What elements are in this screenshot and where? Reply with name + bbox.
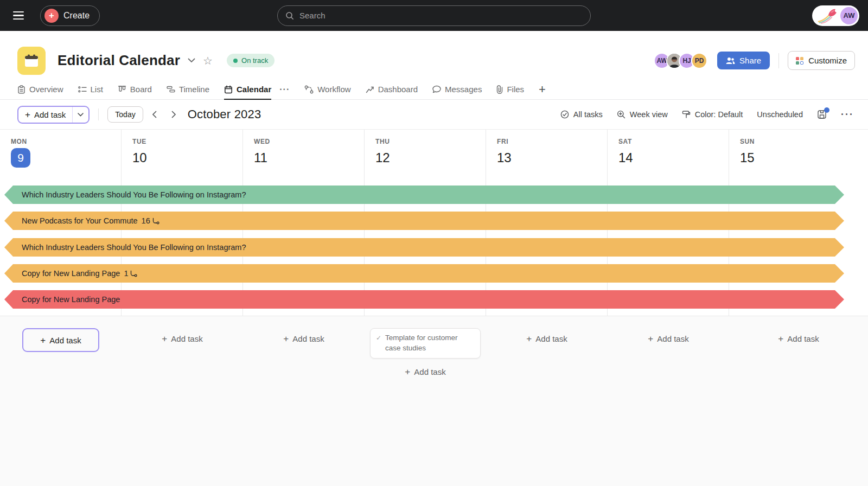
tab-label: Messages [445, 85, 482, 94]
day-cell-fri: + Add task [486, 316, 608, 486]
avatar[interactable]: AW [840, 7, 858, 24]
tab-overview[interactable]: Overview [17, 80, 63, 100]
color-setting[interactable]: Color: Default [682, 110, 743, 119]
subtask-icon [152, 218, 159, 225]
share-button[interactable]: Share [717, 52, 770, 69]
next-week-button[interactable] [166, 106, 182, 123]
task-title: Copy for New Landing Page [22, 269, 120, 278]
member-avatars: AW HJ PD [654, 53, 707, 69]
tab-board[interactable]: Board [118, 80, 152, 100]
day-header-tue[interactable]: TUE 10 [122, 130, 243, 183]
tab-label: Board [130, 85, 152, 94]
add-task-dropdown-button[interactable] [72, 107, 88, 123]
add-task-button[interactable]: + Add task [283, 334, 324, 343]
favorite-star-icon[interactable]: ☆ [203, 55, 213, 66]
task-bar[interactable]: Which Industry Leaders Should You Be Fol… [4, 238, 844, 257]
status-badge[interactable]: On track [227, 54, 275, 67]
previous-week-button[interactable] [146, 106, 163, 123]
day-cell-sat: + Add task [608, 316, 729, 486]
customize-button[interactable]: Customize [788, 51, 855, 70]
divider [98, 108, 99, 120]
add-task-label: Add task [34, 110, 66, 119]
paint-roller-icon [682, 110, 691, 119]
view-label: Week view [630, 110, 668, 119]
calendar-icon [224, 85, 233, 94]
tab-workflow[interactable]: Workflow [304, 80, 350, 100]
date-number: 10 [132, 150, 243, 165]
weekday-label: SUN [740, 138, 868, 145]
filter-label: All tasks [573, 110, 603, 119]
add-task-button[interactable]: + Add task [526, 334, 567, 343]
add-task-button[interactable]: + Add task [405, 367, 445, 376]
task-title: Which Industry Leaders Should You Be Fol… [22, 190, 246, 199]
day-header-wed[interactable]: WED 11 [243, 130, 365, 183]
hamburger-menu-icon[interactable] [13, 7, 31, 25]
date-number: 13 [497, 150, 608, 165]
board-icon [118, 85, 126, 93]
filter-all-tasks[interactable]: All tasks [560, 110, 603, 119]
search-bar[interactable] [277, 5, 591, 26]
task-bar[interactable]: Which Industry Leaders Should You Be Fol… [4, 186, 844, 204]
tab-files[interactable]: Files [496, 80, 524, 100]
date-number-selected[interactable]: 9 [11, 148, 30, 168]
task-bar[interactable]: Copy for New Landing Page 1 [4, 264, 844, 283]
task-bar[interactable]: New Podcasts for Your Commute 16 [4, 212, 844, 230]
plus-icon: + [283, 334, 289, 343]
weekday-label: SAT [618, 138, 729, 145]
today-button[interactable]: Today [107, 106, 143, 123]
add-task-label: Add task [171, 334, 202, 343]
tab-list[interactable]: List [78, 80, 103, 100]
view-week-view[interactable]: Week view [617, 110, 668, 119]
weekday-label: FRI [497, 138, 608, 145]
avatar[interactable]: PD [691, 53, 707, 69]
tab-timeline[interactable]: Timeline [167, 80, 209, 100]
more-options-button[interactable]: ··· [841, 109, 854, 120]
day-cell-wed: + Add task [243, 316, 365, 486]
search-input[interactable] [299, 11, 583, 20]
customize-grid-icon [796, 57, 803, 65]
add-task-button[interactable]: + Add task [648, 334, 688, 343]
check-icon: ✓ [376, 333, 381, 354]
chevron-left-icon [152, 111, 157, 118]
day-header-fri[interactable]: FRI 13 [486, 130, 608, 183]
tab-dashboard[interactable]: Dashboard [366, 80, 418, 100]
day-header-sun[interactable]: SUN 15 [729, 130, 868, 183]
add-tab-icon[interactable]: + [539, 80, 546, 99]
chevron-down-icon[interactable] [188, 58, 195, 63]
tab-messages[interactable]: Messages [432, 80, 482, 100]
customize-button-label: Customize [808, 56, 847, 65]
template-task-card[interactable]: ✓ Template for customer case studies [370, 328, 481, 359]
day-header-mon[interactable]: MON 9 [0, 130, 122, 183]
add-task-split-button[interactable]: + Add task [17, 106, 90, 124]
unscheduled-toggle[interactable]: Unscheduled [757, 110, 803, 119]
people-icon [726, 57, 735, 65]
plus-icon: + [648, 334, 653, 343]
task-bar[interactable]: Copy for New Landing Page [4, 290, 844, 309]
create-button[interactable]: + Create [40, 5, 100, 26]
add-task-label: Add task [49, 336, 81, 345]
date-number: 12 [375, 150, 486, 165]
unscheduled-label: Unscheduled [757, 110, 803, 119]
day-header-sat[interactable]: SAT 14 [608, 130, 729, 183]
subtask-count: 16 [142, 216, 150, 225]
day-header-thu[interactable]: THU 12 [365, 130, 486, 183]
add-task-button[interactable]: + Add task [162, 334, 202, 343]
subtask-badge: 16 [142, 216, 159, 225]
add-task-label: Add task [414, 367, 445, 376]
add-task-button[interactable]: + Add task [22, 328, 99, 352]
project-calendar-icon[interactable] [17, 47, 46, 75]
next-week-row: + Add task + Add task + Add task ✓ Templ… [0, 316, 868, 486]
search-icon [285, 11, 294, 20]
tab-overflow-icon[interactable]: ··· [279, 80, 290, 99]
speech-bubble-icon [432, 85, 441, 93]
weekday-label: TUE [132, 138, 243, 145]
add-task-button[interactable]: + Add task [18, 107, 72, 123]
user-menu[interactable]: AW [812, 5, 859, 26]
add-task-label: Add task [657, 334, 688, 343]
add-task-button[interactable]: + Add task [778, 334, 819, 343]
weekday-label: MON [11, 138, 122, 145]
save-view-button[interactable] [817, 110, 827, 119]
date-number: 15 [740, 150, 868, 165]
tab-calendar[interactable]: Calendar [224, 80, 271, 100]
celebration-creature-icon [818, 8, 838, 24]
